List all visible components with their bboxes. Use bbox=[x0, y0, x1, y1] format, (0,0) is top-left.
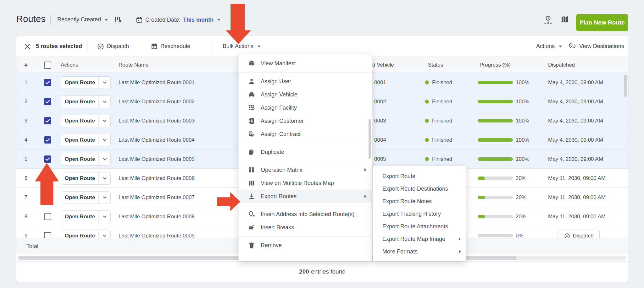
track-history-button[interactable] bbox=[543, 15, 553, 24]
progress-percent: 20% bbox=[516, 188, 526, 207]
view-destinations-button[interactable]: View Destinations bbox=[568, 36, 624, 57]
actions-dropdown[interactable]: Actions bbox=[536, 36, 562, 57]
progress-bar bbox=[478, 215, 513, 218]
chevron-down-icon[interactable] bbox=[99, 192, 110, 204]
vehicle-icon bbox=[248, 91, 255, 98]
menu-item-assign-contract[interactable]: Assign Contract bbox=[239, 128, 372, 141]
menu-item-insert-breaks[interactable]: Insert Breaks bbox=[239, 221, 372, 234]
route-name[interactable]: Last Mile Optimized Route 0003 bbox=[119, 111, 195, 130]
col-vehicle[interactable]: d Vehicle bbox=[372, 57, 394, 73]
row-number: 1 bbox=[25, 73, 27, 92]
route-name[interactable]: Last Mile Optimized Route 0008 bbox=[119, 207, 195, 226]
route-name[interactable]: Last Mile Optimized Route 0004 bbox=[119, 130, 195, 149]
status-label: Finished bbox=[432, 99, 452, 105]
open-route-label: Open Route bbox=[61, 115, 99, 127]
entries-footer: 200 entries found bbox=[16, 261, 628, 282]
menu-item-assign-user[interactable]: Assign User bbox=[239, 75, 372, 88]
submenu-item-export-route-attachments[interactable]: Export Route Attachments bbox=[373, 220, 466, 233]
select-all-checkbox[interactable] bbox=[44, 62, 51, 69]
open-route-button[interactable]: Open Route bbox=[61, 95, 111, 108]
row-dispatch-button[interactable]: Dispatch bbox=[558, 230, 600, 238]
open-route-button[interactable]: Open Route bbox=[61, 191, 111, 204]
open-route-button[interactable]: Open Route bbox=[61, 230, 111, 238]
columns-settings-button[interactable] bbox=[114, 15, 122, 23]
col-route-name[interactable]: Route Name bbox=[119, 57, 148, 73]
col-dispatched[interactable]: Dispatched bbox=[548, 57, 575, 73]
plan-new-route-button[interactable]: Plan New Route bbox=[576, 14, 628, 31]
menu-item-assign-facility[interactable]: Assign Facility bbox=[239, 101, 372, 114]
clear-selection-button[interactable] bbox=[24, 36, 31, 57]
row-checkbox-checked[interactable] bbox=[44, 136, 51, 144]
top-header: Routes Recently Created Created Date: Th… bbox=[0, 0, 644, 36]
divider bbox=[212, 41, 212, 52]
route-name[interactable]: Last Mile Optimized Route 0005 bbox=[119, 149, 195, 169]
menu-item-export-routes[interactable]: Export Routes bbox=[239, 190, 372, 203]
route-name[interactable]: Last Mile Optimized Route 0009 bbox=[119, 226, 195, 238]
row-checkbox[interactable] bbox=[44, 232, 51, 238]
submenu-item-export-tracking-history[interactable]: Export Tracking History bbox=[373, 208, 466, 220]
menu-item-label: Duplicate bbox=[261, 149, 284, 155]
open-route-button[interactable]: Open Route bbox=[61, 153, 111, 166]
created-date-filter[interactable]: Created Date: This month bbox=[136, 16, 220, 23]
route-name[interactable]: Last Mile Optimized Route 0006 bbox=[119, 169, 195, 188]
chevron-down-icon[interactable] bbox=[99, 96, 110, 108]
chevron-down-icon[interactable] bbox=[99, 230, 110, 238]
reschedule-button[interactable]: Reschedule bbox=[151, 36, 190, 57]
menu-item-remove[interactable]: Remove bbox=[239, 239, 372, 252]
menu-item-duplicate[interactable]: Duplicate bbox=[239, 145, 372, 159]
route-name[interactable]: Last Mile Optimized Route 0002 bbox=[119, 92, 195, 111]
submenu-item-export-route-destinations[interactable]: Export Route Destinations bbox=[373, 182, 466, 195]
row-checkbox-checked[interactable] bbox=[44, 98, 51, 105]
chevron-down-icon[interactable] bbox=[99, 172, 110, 184]
row-checkbox[interactable] bbox=[44, 213, 51, 220]
row-number: 3 bbox=[25, 111, 27, 130]
open-route-button[interactable]: Open Route bbox=[61, 134, 111, 146]
open-route-label: Open Route bbox=[61, 134, 99, 146]
open-route-button[interactable]: Open Route bbox=[61, 115, 111, 127]
submenu-arrow-icon bbox=[364, 195, 367, 198]
menu-separator bbox=[239, 161, 372, 161]
map-view-button[interactable] bbox=[560, 15, 570, 24]
menu-item-insert-address[interactable]: Insert Address into Selected Route(s) bbox=[239, 208, 372, 221]
row-checkbox-checked[interactable] bbox=[44, 117, 51, 124]
entries-count: 200 bbox=[299, 268, 309, 275]
chevron-down-icon[interactable] bbox=[99, 115, 110, 127]
chevron-down-icon[interactable] bbox=[99, 211, 110, 223]
chevron-down-icon[interactable] bbox=[99, 134, 110, 146]
vertical-scrollbar-thumb[interactable] bbox=[624, 75, 627, 97]
progress-bar bbox=[478, 138, 513, 142]
vehicle-cell: 0003 bbox=[374, 111, 386, 130]
progress-percent: 20% bbox=[516, 169, 526, 188]
col-actions[interactable]: Actions bbox=[61, 57, 78, 73]
chevron-down-icon[interactable] bbox=[99, 153, 110, 165]
route-name[interactable]: Last Mile Optimized Route 0007 bbox=[119, 188, 195, 207]
col-status[interactable]: Status bbox=[428, 57, 443, 73]
status-label: Finished bbox=[432, 79, 452, 86]
submenu-item-label: Export Route Attachments bbox=[382, 223, 448, 230]
submenu-item-export-route[interactable]: Export Route bbox=[373, 170, 466, 182]
menu-item-operation-matrix[interactable]: Operation Matrix bbox=[239, 163, 372, 177]
submenu-item-export-route-map-image[interactable]: Export Route Map Image bbox=[373, 233, 466, 245]
row-checkbox-checked[interactable] bbox=[44, 79, 51, 86]
open-route-button[interactable]: Open Route bbox=[61, 172, 111, 185]
menu-item-view-manifest[interactable]: View Manifest bbox=[239, 57, 372, 70]
menu-scrollbar-thumb[interactable] bbox=[369, 119, 371, 159]
row-checkbox-checked[interactable] bbox=[44, 155, 51, 163]
submenu-item-export-route-notes[interactable]: Export Route Notes bbox=[373, 195, 466, 208]
open-route-button[interactable]: Open Route bbox=[61, 76, 111, 89]
dispatch-button[interactable]: Dispatch bbox=[97, 36, 129, 57]
route-name[interactable]: Last Mile Optimized Route 0001 bbox=[119, 73, 195, 92]
chevron-down-icon[interactable] bbox=[99, 77, 110, 89]
sort-dropdown[interactable]: Recently Created bbox=[57, 16, 108, 23]
menu-item-assign-vehicle[interactable]: Assign Vehicle bbox=[239, 88, 372, 101]
submenu-item-more-formats[interactable]: More Formats bbox=[373, 245, 466, 258]
row-number: 4 bbox=[25, 130, 27, 149]
col-num[interactable]: # bbox=[25, 57, 27, 73]
menu-item-assign-customer[interactable]: Assign Customer bbox=[239, 114, 372, 128]
menu-item-view-multiple-routes-map[interactable]: View on Multiple Routes Map bbox=[239, 177, 372, 190]
submenu-item-label: Export Route Map Image bbox=[382, 236, 445, 242]
chevron-down-icon bbox=[258, 46, 261, 47]
open-route-label: Open Route bbox=[61, 192, 99, 204]
open-route-button[interactable]: Open Route bbox=[61, 210, 111, 223]
col-progress[interactable]: Progress (%) bbox=[480, 57, 511, 73]
